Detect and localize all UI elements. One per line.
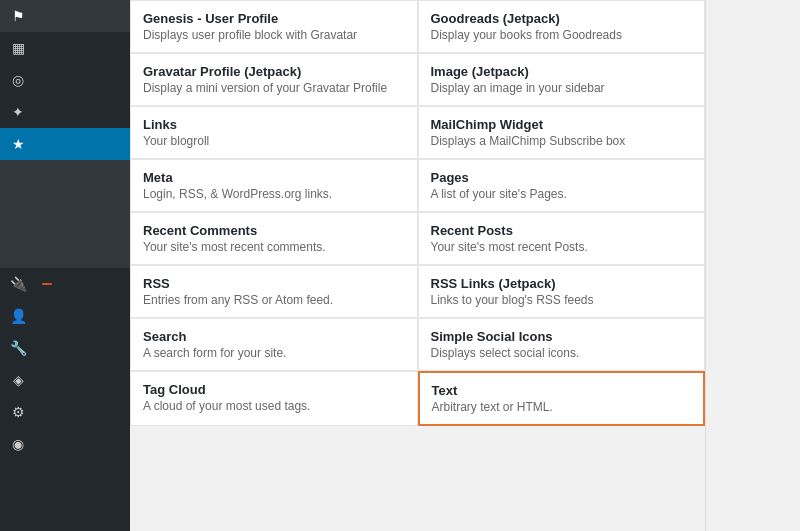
wpb2d-icon: ◉	[10, 436, 26, 452]
sidebar-sub-customize[interactable]	[0, 172, 130, 184]
widget-desc: Arbitrary text or HTML.	[432, 400, 692, 414]
widget-desc: A cloud of your most used tags.	[143, 399, 405, 413]
tablepress-icon: ▦	[10, 40, 26, 56]
sidebar-sub-editor[interactable]	[0, 256, 130, 268]
widget-cell[interactable]: Simple Social IconsDisplays select socia…	[418, 318, 706, 371]
widget-cell[interactable]: Tag CloudA cloud of your most used tags.	[130, 371, 418, 426]
sidebar-sub-background[interactable]	[0, 220, 130, 232]
widget-desc: Your site's most recent comments.	[143, 240, 405, 254]
sidebar-item-visual-composer[interactable]: ◈	[0, 364, 130, 396]
feedback-icon: ⚑	[10, 8, 26, 24]
widget-desc: A list of your site's Pages.	[431, 187, 693, 201]
widget-name: Image (Jetpack)	[431, 64, 693, 79]
visual-composer-icon: ◈	[10, 372, 26, 388]
widget-name: Genesis - User Profile	[143, 11, 405, 26]
widget-name: Recent Posts	[431, 223, 693, 238]
widget-grid: Genesis - User ProfileDisplays user prof…	[130, 0, 705, 426]
widget-name: RSS	[143, 276, 405, 291]
sidebar-item-plugins[interactable]: 🔌	[0, 268, 130, 300]
widget-cell[interactable]: Goodreads (Jetpack)Display your books fr…	[418, 0, 706, 53]
widget-name: Meta	[143, 170, 405, 185]
widget-name: Gravatar Profile (Jetpack)	[143, 64, 405, 79]
widget-name: RSS Links (Jetpack)	[431, 276, 693, 291]
sidebar-sub-edit-css[interactable]	[0, 244, 130, 256]
widget-desc: Login, RSS, & WordPress.org links.	[143, 187, 405, 201]
sidebar-item-wpb2d[interactable]: ◉	[0, 428, 130, 460]
widget-name: MailChimp Widget	[431, 117, 693, 132]
sidebar-item-feedback[interactable]: ⚑	[0, 0, 130, 32]
widget-desc: Displays select social icons.	[431, 346, 693, 360]
widget-cell[interactable]: RSSEntries from any RSS or Atom feed.	[130, 265, 418, 318]
widget-cell[interactable]: MailChimp WidgetDisplays a MailChimp Sub…	[418, 106, 706, 159]
widget-cell[interactable]: Recent PostsYour site's most recent Post…	[418, 212, 706, 265]
widget-name: Pages	[431, 170, 693, 185]
appearance-submenu	[0, 160, 130, 268]
widget-cell[interactable]: Recent CommentsYour site's most recent c…	[130, 212, 418, 265]
plugins-icon: 🔌	[10, 276, 26, 292]
widget-cell[interactable]: PagesA list of your site's Pages.	[418, 159, 706, 212]
sidebar: ⚑ ▦ ◎ ✦ ★ 🔌 👤 🔧	[0, 0, 130, 531]
widget-desc: A search form for your site.	[143, 346, 405, 360]
widget-desc: Display an image in your sidebar	[431, 81, 693, 95]
widget-desc: Displays a MailChimp Subscribe box	[431, 134, 693, 148]
sidebar-item-genesis[interactable]: ✦	[0, 96, 130, 128]
plugins-badge	[42, 283, 52, 285]
widget-cell[interactable]: MetaLogin, RSS, & WordPress.org links.	[130, 159, 418, 212]
sidebar-item-appearance[interactable]: ★	[0, 128, 130, 160]
widget-cell[interactable]: RSS Links (Jetpack)Links to your blog's …	[418, 265, 706, 318]
appearance-icon: ★	[10, 136, 26, 152]
sidebar-sub-fixed-widget[interactable]	[0, 232, 130, 244]
sidebar-item-settings[interactable]: ⚙	[0, 396, 130, 428]
widget-desc: Displays user profile block with Gravata…	[143, 28, 405, 42]
genesis-icon: ✦	[10, 104, 26, 120]
sidebar-sub-widgets[interactable]	[0, 184, 130, 196]
settings-icon: ⚙	[10, 404, 26, 420]
sidebar-item-tablepress[interactable]: ▦	[0, 32, 130, 64]
widget-cell[interactable]: TextArbitrary text or HTML.	[418, 371, 706, 426]
sidebar-item-tools[interactable]: 🔧	[0, 332, 130, 364]
sidebar-item-users[interactable]: 👤	[0, 300, 130, 332]
widget-desc: Your site's most recent Posts.	[431, 240, 693, 254]
widget-desc: Links to your blog's RSS feeds	[431, 293, 693, 307]
widget-cell[interactable]: Image (Jetpack)Display an image in your …	[418, 53, 706, 106]
widget-list: Genesis - User ProfileDisplays user prof…	[130, 0, 705, 531]
tools-icon: 🔧	[10, 340, 26, 356]
widget-name: Links	[143, 117, 405, 132]
widget-desc: Display your books from Goodreads	[431, 28, 693, 42]
widget-name: Text	[432, 383, 692, 398]
widget-name: Goodreads (Jetpack)	[431, 11, 693, 26]
sidebar-sub-themes[interactable]	[0, 160, 130, 172]
sidebar-areas	[705, 0, 800, 531]
sidebar-item-optin-forms[interactable]: ◎	[0, 64, 130, 96]
widget-desc: Display a mini version of your Gravatar …	[143, 81, 405, 95]
widget-cell[interactable]: Genesis - User ProfileDisplays user prof…	[130, 0, 418, 53]
widget-name: Tag Cloud	[143, 382, 405, 397]
main-content: Genesis - User ProfileDisplays user prof…	[130, 0, 800, 531]
widget-desc: Entries from any RSS or Atom feed.	[143, 293, 405, 307]
sidebar-sub-header[interactable]	[0, 208, 130, 220]
widget-name: Simple Social Icons	[431, 329, 693, 344]
widget-name: Search	[143, 329, 405, 344]
sidebar-sub-menus[interactable]	[0, 196, 130, 208]
widget-cell[interactable]: Gravatar Profile (Jetpack)Display a mini…	[130, 53, 418, 106]
optin-icon: ◎	[10, 72, 26, 88]
content-area: Genesis - User ProfileDisplays user prof…	[130, 0, 800, 531]
widget-cell[interactable]: LinksYour blogroll	[130, 106, 418, 159]
widget-desc: Your blogroll	[143, 134, 405, 148]
users-icon: 👤	[10, 308, 26, 324]
widget-name: Recent Comments	[143, 223, 405, 238]
widget-cell[interactable]: SearchA search form for your site.	[130, 318, 418, 371]
